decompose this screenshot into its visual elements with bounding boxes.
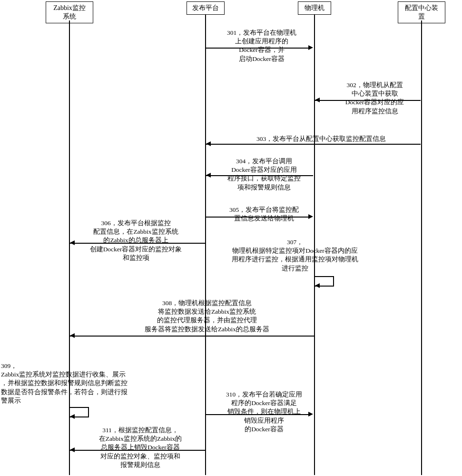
msg-310-head bbox=[308, 412, 313, 416]
msg-304-arrow bbox=[206, 175, 313, 176]
msg-309-b bbox=[88, 407, 89, 416]
msg-306-arrow bbox=[70, 243, 205, 244]
msg-301-arrow bbox=[206, 48, 309, 49]
msg-302-arrow bbox=[315, 100, 421, 101]
msg-302-head bbox=[315, 98, 320, 102]
msg-310-label: 310，发布平台若确定应用 程序的Docker容器满足 销毁条件，则在物理机上 … bbox=[214, 390, 314, 434]
lifeline-publish bbox=[205, 14, 206, 475]
lifeline-config bbox=[421, 20, 422, 475]
msg-306-head bbox=[70, 240, 75, 245]
msg-307-a bbox=[314, 276, 333, 277]
msg-309-a bbox=[69, 407, 88, 408]
msg-308-label: 308，物理机根据监控配置信息 将监控数据发送给Zabbix监控系统 的监控代理… bbox=[128, 299, 285, 334]
msg-309-label: 309， Zabbix监控系统对监控数据进行收集、展示 ，并根据监控数据和报警规… bbox=[1, 362, 148, 405]
msg-305-head bbox=[308, 214, 313, 219]
msg-303-label: 303，发布平台从配置中心获取监控配置信息 bbox=[226, 135, 416, 143]
msg-305-label: 305，发布平台将监控配 置信息发送给物理机 bbox=[216, 206, 312, 223]
msg-305-arrow bbox=[206, 217, 309, 218]
msg-307-head bbox=[315, 283, 320, 288]
msg-307-label: 307， 物理机根据特定监控项对Docker容器内的应 用程序进行监控，根据通用… bbox=[216, 238, 374, 273]
msg-303-head bbox=[206, 141, 211, 146]
msg-304-label: 304，发布平台调用 Docker容器对应的应用 程序接口，获取特定监控 项和报… bbox=[216, 157, 312, 192]
msg-311-arrow bbox=[70, 450, 205, 451]
msg-308-arrow bbox=[70, 336, 314, 337]
msg-307-b bbox=[333, 276, 334, 286]
msg-304-head bbox=[206, 173, 211, 178]
msg-306-label: 306，发布平台根据监控 配置信息，在Zabbix监控系统 的Zabbix的总服… bbox=[75, 219, 197, 262]
msg-308-head bbox=[70, 333, 75, 338]
msg-310-arrow bbox=[206, 414, 309, 415]
participant-publish: 发布平台 bbox=[187, 1, 225, 15]
msg-311-label: 311，根据监控配置信息， 在Zabbix监控系统的Zabbix的 总服务器上销… bbox=[79, 426, 202, 469]
msg-302-label: 302，物理机从配置 中心装置中获取 Docker容器对应的应 用程序监控信息 bbox=[333, 81, 416, 116]
msg-301-head bbox=[308, 45, 313, 50]
participant-physical: 物理机 bbox=[298, 1, 331, 15]
msg-309-head bbox=[70, 414, 75, 419]
msg-311-head bbox=[70, 447, 75, 452]
msg-303-arrow bbox=[206, 144, 421, 145]
msg-301-label: 301，发布平台在物理机 上创建应用程序的 Docker容器，并 启动Docke… bbox=[216, 29, 307, 63]
